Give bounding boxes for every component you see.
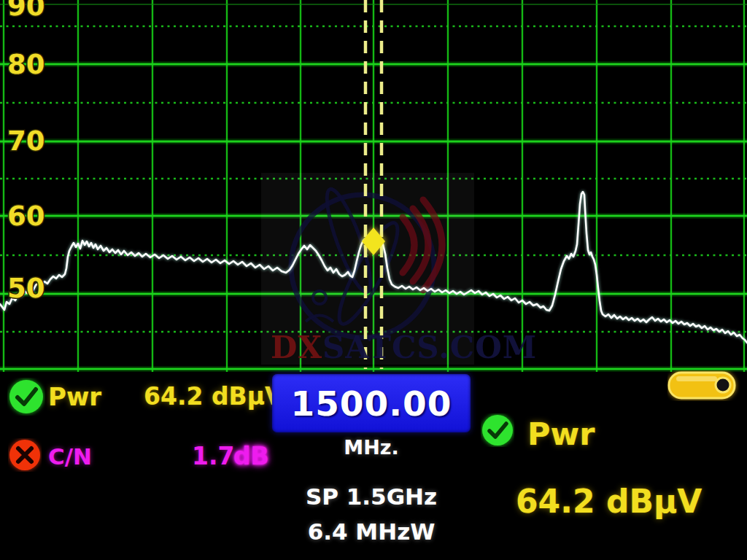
cn-value: 1.7 — [192, 442, 234, 470]
frequency-value: 1500.00 — [290, 384, 452, 424]
y-axis-label: 90 — [7, 0, 45, 22]
frequency-input-box[interactable]: 1500.00 — [272, 374, 471, 432]
watermark-text: DXSATCS.COM — [271, 330, 537, 365]
watermark-text-dx: DX — [271, 330, 322, 365]
frequency-unit: MHz. — [272, 436, 471, 459]
pwr-ok-check-icon — [7, 378, 45, 416]
span-readout: SP 1.5GHz — [272, 483, 471, 510]
cn-unit: dB — [233, 442, 269, 470]
y-axis-label: 60 — [7, 201, 45, 232]
battery-icon — [667, 370, 740, 401]
spectrum-plot: 9080706050 DXSATCS.COM — [0, 0, 747, 372]
cn-label: C/N — [48, 443, 92, 470]
y-axis-label: 70 — [7, 125, 45, 157]
pwr-label: Pwr — [48, 382, 101, 411]
y-axis-label: 80 — [7, 49, 45, 80]
y-axis-label: 50 — [7, 273, 45, 304]
pwr-right-ok-check-icon — [481, 413, 514, 447]
pwr-value: 64.2 dBμV — [144, 382, 284, 411]
cn-fail-x-icon — [8, 438, 42, 472]
y-axis-labels: 9080706050 — [7, 0, 45, 304]
bandwidth-readout: 6.4 MHzW — [272, 518, 471, 545]
pwr-right-label: Pwr — [527, 416, 595, 452]
watermark-text-rest: SATCS.COM — [322, 330, 537, 365]
pwr-right-value: 64.2 dBμV — [516, 483, 702, 520]
spectrum-analyzer-screen: 9080706050 DXSATCS.COM Pwr 64.2 dBμV 150… — [0, 0, 747, 560]
